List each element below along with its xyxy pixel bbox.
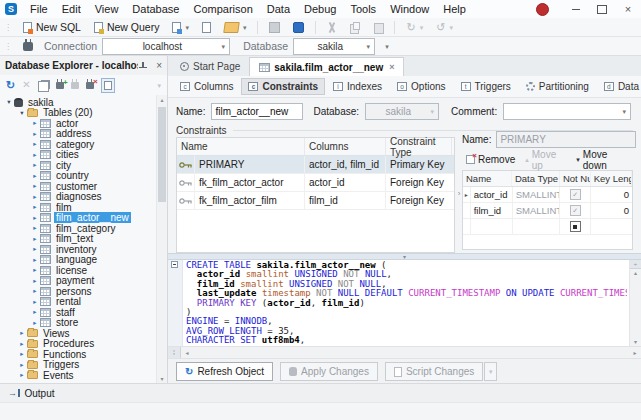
chevron-right-icon[interactable]: ▸ [17, 340, 27, 348]
chevron-right-icon[interactable]: ▸ [17, 350, 27, 358]
chevron-right-icon[interactable]: ▸ [30, 308, 40, 316]
save-button[interactable] [265, 21, 284, 34]
subtab-constraints[interactable]: cConstraints [241, 78, 325, 95]
constraint-row-fk_film_actor_actor[interactable]: fk_film_actor_actoractor_idForeign Key [177, 174, 454, 192]
new-connection-button[interactable] [198, 21, 215, 34]
tree-item-inventory[interactable]: ▸inventory [0, 244, 157, 255]
tree-item-store[interactable]: ▸store [0, 318, 157, 329]
chevron-right-icon[interactable]: ▸ [30, 235, 40, 243]
chevron-right-icon[interactable]: ▸ [30, 214, 40, 222]
new-query-button[interactable]: New Query [90, 20, 164, 34]
horizontal-splitter[interactable]: ▾ [168, 253, 641, 260]
menu-item-database[interactable]: Database [125, 0, 186, 18]
menu-item-help[interactable]: Help [436, 0, 473, 18]
chevron-down-icon[interactable]: ▾ [157, 82, 161, 89]
column-header-name[interactable]: Name [177, 138, 305, 155]
tab-start-page[interactable]: Start Page [171, 57, 249, 76]
table-name-input[interactable] [211, 103, 303, 120]
chevron-right-icon[interactable]: ▸ [30, 319, 40, 327]
editor-horizontal-scrollbar[interactable]: ⁞ ◂ ▸ [168, 346, 641, 359]
column-header-columns[interactable]: Columns [305, 138, 386, 155]
maximize-button[interactable] [589, 0, 615, 18]
constraint-name-cell[interactable]: PRIMARY [195, 156, 305, 173]
constraint-type-cell[interactable]: Foreign Key [386, 192, 452, 209]
subtab-partitioning[interactable]: Partitioning [519, 78, 596, 95]
column-header-not-null[interactable]: Not Null [560, 171, 591, 186]
chevron-down-icon[interactable]: ▾ [4, 98, 14, 106]
apply-changes-button[interactable]: Apply Changes [280, 362, 378, 381]
undo-button[interactable]: ↻▾ [402, 20, 427, 35]
open-file-button[interactable]: ▾ [220, 21, 251, 34]
chevron-down-icon[interactable]: ▾ [17, 109, 27, 117]
refresh-object-button[interactable]: ↻ Refresh Object [176, 362, 273, 381]
key-datatype-cell[interactable] [513, 219, 561, 234]
chevron-right-icon[interactable]: ▸ [30, 172, 40, 180]
menu-item-file[interactable]: File [23, 0, 55, 18]
key-notnull-cell[interactable]: ✓ [560, 187, 591, 202]
copy-button[interactable] [346, 21, 364, 34]
chevron-right-icon[interactable]: ▸ [30, 193, 40, 201]
scrollbar-thumb[interactable] [158, 107, 166, 202]
refresh-icon[interactable]: ↻ [6, 80, 15, 91]
menu-item-debug[interactable]: Debug [297, 0, 343, 18]
tree-item-rental[interactable]: ▸rental [0, 297, 157, 308]
constraint-columns-cell[interactable]: actor_id, film_id [305, 156, 386, 173]
chevron-right-icon[interactable]: ▸ [30, 182, 40, 190]
minimize-button[interactable] [563, 0, 589, 18]
scroll-right-icon[interactable]: ▸ [629, 349, 641, 356]
tree-item-film[interactable]: ▸film [0, 202, 157, 213]
remove-button[interactable]: Remove [462, 153, 519, 166]
chevron-right-icon[interactable]: ▸ [30, 140, 40, 148]
connect-icon[interactable] [71, 82, 79, 89]
tree-item-staff[interactable]: ▸staff [0, 307, 157, 318]
tab-close-icon[interactable]: × [389, 62, 394, 72]
chevron-right-icon[interactable]: ▸ [30, 256, 40, 264]
constraint-columns-cell[interactable]: actor_id [305, 174, 386, 191]
properties-icon[interactable] [101, 78, 115, 93]
tree-item-language[interactable]: ▸language [0, 255, 157, 266]
checkbox-checked-icon[interactable]: ✓ [570, 189, 581, 200]
move-up-button[interactable]: ▴ Move up [521, 148, 570, 172]
scroll-down-icon[interactable]: ▾ [630, 338, 641, 345]
constraint-type-cell[interactable]: Primary Key [386, 156, 452, 173]
subtab-data[interactable]: dData [597, 78, 641, 95]
key-name-cell[interactable]: actor_id [471, 187, 513, 202]
chevron-right-icon[interactable]: ▸ [30, 161, 40, 169]
move-down-button[interactable]: ▾ Move down [572, 148, 633, 172]
fold-marker-icon[interactable] [171, 261, 178, 268]
constraint-columns-cell[interactable]: film_id [305, 192, 386, 209]
key-datatype-cell[interactable]: SMALLINT [513, 203, 561, 218]
pin-icon[interactable] [138, 61, 148, 71]
key-name-cell[interactable] [471, 219, 513, 234]
database-combo[interactable]: sakila ▾ [365, 103, 439, 120]
editor-vertical-scrollbar[interactable]: ÷ ▴ ▾ [629, 260, 641, 346]
checkbox-checked-icon[interactable]: ✓ [570, 205, 581, 216]
key-length-cell[interactable]: 0 [591, 187, 632, 202]
chevron-right-icon[interactable]: ▸ [30, 203, 40, 211]
tree-item-triggers[interactable]: ▸Triggers [0, 360, 157, 371]
chevron-right-icon[interactable]: ▸ [30, 130, 40, 138]
column-header-key-length[interactable]: Key Length [591, 171, 632, 186]
redo-button[interactable]: ↻▾ [432, 20, 457, 35]
close-button[interactable]: × [615, 0, 641, 18]
cut-button[interactable] [323, 21, 341, 34]
constraint-type-cell[interactable]: Foreign Key [386, 174, 452, 191]
subtab-triggers[interactable]: tTriggers [454, 78, 518, 95]
chevron-right-icon[interactable]: ▸ [30, 245, 40, 253]
key-column-row-actor_id[interactable]: ▸actor_idSMALLINT✓0 [463, 187, 632, 203]
paste-button[interactable] [369, 21, 387, 34]
tree-item-category[interactable]: ▸category [0, 139, 157, 150]
subtab-indexes[interactable]: iIndexes [326, 78, 389, 95]
output-bar[interactable]: → Output [0, 383, 641, 402]
scroll-up-icon[interactable]: ▴ [157, 96, 167, 103]
tree-scrollbar[interactable]: ▴ ▾ [156, 95, 167, 383]
delete-icon[interactable]: ✕ [22, 80, 30, 90]
disconnect-icon[interactable]: × [86, 82, 94, 89]
tree-item-actor[interactable]: ▸actor [0, 118, 157, 129]
comment-combo[interactable]: ▾ [503, 103, 631, 120]
menu-item-view[interactable]: View [88, 0, 126, 18]
key-length-cell[interactable] [591, 219, 632, 234]
key-column-row-film_id[interactable]: film_idSMALLINT✓0 [463, 203, 632, 219]
chevron-right-icon[interactable]: ▸ [17, 371, 27, 379]
chevron-right-icon[interactable]: ▸ [30, 119, 40, 127]
